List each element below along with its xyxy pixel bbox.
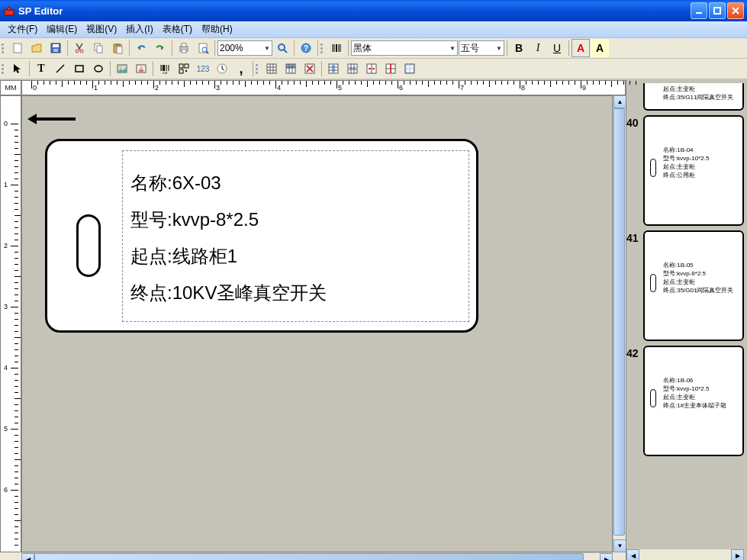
minimize-button[interactable] [691,2,707,19]
menu-help[interactable]: 帮助(H) [197,21,237,37]
underline-button[interactable]: U [548,39,566,57]
thumbnail-number: 42 [626,346,643,359]
menu-file[interactable]: 文件(F) [3,21,42,37]
qr-tool[interactable] [175,60,193,78]
toolbar-grip2[interactable] [320,40,325,56]
svg-rect-44 [185,64,188,68]
toolbar-main: 200%▼ ? 黑体▼ 五号▼ B I U A A [0,38,747,59]
thumbnail-item[interactable]: 40名称:1B-04型号:kvvp-10*2.5起点:主变柜终点:公用柜 [626,115,744,226]
time-tool[interactable] [213,60,231,78]
thumbnail-card[interactable]: 名称:1B-04型号:kvvp-10*2.5起点:主变柜终点:公用柜 [643,115,744,226]
menu-edit[interactable]: 编辑(E) [42,21,82,37]
help-button[interactable]: ? [297,39,315,57]
window-title: SP Editor [18,5,691,17]
italic-button[interactable]: I [529,39,547,57]
toolbar-grip[interactable] [2,40,6,56]
svg-rect-5 [53,44,59,47]
ellipse-tool[interactable] [89,60,108,78]
line-tool[interactable] [51,60,69,78]
svg-rect-74 [407,66,409,68]
rect-tool[interactable] [70,60,89,78]
canvas[interactable]: 名称:6X-03 型号:kvvp-8*2.5 起点:线路柜1 终点:10KV圣峰… [21,95,613,552]
thumbnail-item[interactable]: 起点:主变柜终点:35/G11间隔真空开关 [626,83,744,111]
thumbnail-card[interactable]: 名称:1B-06型号:kvvp-10*2.5起点:主变柜终点:1#主变本体端子箱 [643,346,744,456]
scroll-right-button[interactable]: ▶ [600,553,613,560]
ruler-corner: MM [0,80,21,95]
bold-button[interactable]: B [510,39,528,57]
svg-rect-76 [407,69,409,72]
barcode-button[interactable] [327,39,346,57]
scrollbar-horizontal[interactable]: ◀ ▶ [21,552,613,560]
svg-point-33 [120,66,122,69]
maximize-button[interactable] [709,2,726,19]
thumbnail-number: 41 [626,230,643,244]
direction-arrow [30,117,76,121]
preview-button[interactable] [194,39,212,57]
bitmap-tool[interactable] [132,60,150,78]
text-tool[interactable]: T [32,60,50,78]
barcode-tool[interactable]: 123 [156,60,174,78]
label-card[interactable]: 名称:6X-03 型号:kvvp-8*2.5 起点:线路柜1 终点:10KV圣峰… [45,139,478,333]
svg-rect-1 [696,12,702,14]
thumb-scroll-left[interactable]: ◀ [626,549,639,560]
svg-rect-50 [267,64,276,73]
toolbar-draw: T 123 123 , [0,59,747,79]
textcolor-button[interactable]: A [572,39,590,57]
table-row-icon[interactable] [343,60,362,78]
svg-line-19 [206,51,208,53]
pointer-tool[interactable] [8,60,27,78]
table-row-above-icon[interactable] [282,60,300,78]
redo-button[interactable] [151,39,169,57]
app-icon [3,5,15,17]
bgcolor-button[interactable]: A [591,39,609,57]
svg-rect-10 [97,46,102,53]
svg-rect-73 [405,64,414,73]
svg-rect-43 [179,64,183,68]
table-col-icon[interactable] [324,60,343,78]
new-button[interactable] [8,39,27,57]
menu-view[interactable]: 视图(V) [82,21,121,37]
image-tool[interactable] [113,60,131,78]
print-button[interactable] [175,39,193,57]
font-combo[interactable]: 黑体▼ [351,40,458,56]
toolbar-grip3[interactable] [2,60,6,77]
menu-insert[interactable]: 插入(I) [121,21,157,37]
svg-line-21 [284,50,287,53]
save-button[interactable] [47,39,65,57]
scroll-up-button[interactable]: ▲ [613,95,626,108]
table-insert-icon[interactable] [262,60,281,78]
close-button[interactable] [727,2,744,19]
svg-point-7 [76,50,79,53]
toolbar-grip4[interactable] [256,60,260,77]
zoom-button[interactable] [273,39,291,57]
thumbnail-card[interactable]: 名称:1B-05型号:kvvp-8*2.5起点:主变柜终点:35/G01间隔真空… [643,230,744,341]
table-split2-icon[interactable] [382,60,400,78]
open-button[interactable] [27,39,46,57]
svg-point-20 [279,44,285,50]
table-merge-icon[interactable] [362,60,381,78]
zoom-combo[interactable]: 200%▼ [217,40,272,56]
cut-button[interactable] [70,39,89,57]
undo-button[interactable] [132,39,150,57]
thumbnail-card[interactable]: 起点:主变柜终点:35/G11间隔真空开关 [643,83,744,111]
svg-rect-65 [348,67,357,70]
label-text-area[interactable]: 名称:6X-03 型号:kvvp-8*2.5 起点:线路柜1 终点:10KV圣峰… [122,150,469,322]
svg-rect-16 [182,50,186,53]
paste-button[interactable] [108,39,127,57]
scroll-left-button[interactable]: ◀ [21,553,34,560]
num-tool[interactable]: 123 [194,60,212,78]
comma-tool[interactable]: , [232,60,250,78]
size-combo[interactable]: 五号▼ [459,40,504,56]
copy-button[interactable] [89,39,108,57]
scroll-down-button[interactable]: ▼ [613,539,626,552]
thumbnail-item[interactable]: 42名称:1B-06型号:kvvp-10*2.5起点:主变柜终点:1#主变本体端… [626,346,744,456]
scrollbar-vertical[interactable]: ▲ ▼ [613,95,626,552]
menu-table[interactable]: 表格(T) [158,21,197,37]
label-hole [76,214,101,277]
thumbnail-item[interactable]: 41名称:1B-05型号:kvvp-8*2.5起点:主变柜终点:35/G01间隔… [626,230,744,341]
svg-rect-45 [179,69,183,73]
thumb-scroll-right[interactable]: ▶ [731,549,744,560]
table-props-icon[interactable] [401,60,419,78]
table-delete-icon[interactable] [301,60,319,78]
svg-rect-36 [139,69,143,72]
